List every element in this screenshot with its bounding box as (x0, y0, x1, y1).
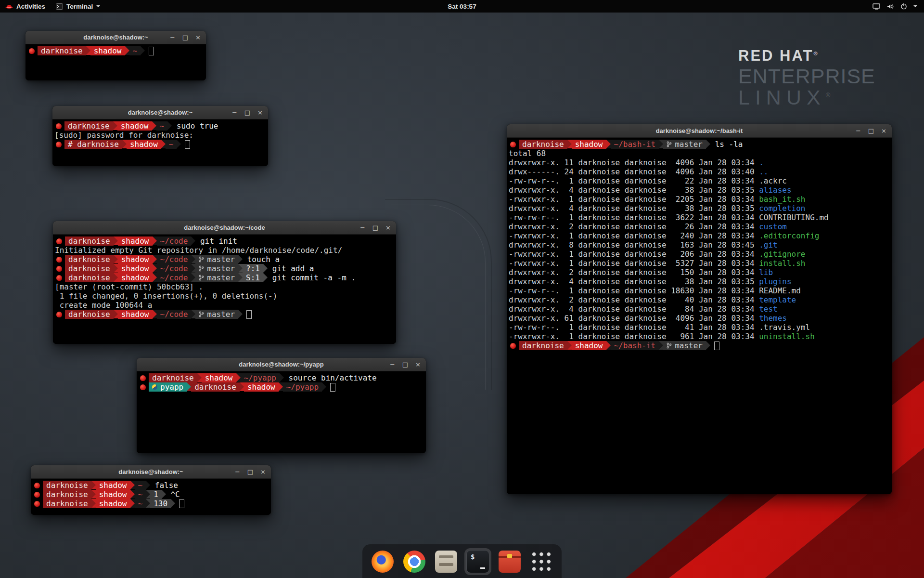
terminal-line: [sudo] password for darknoise: (54, 131, 267, 140)
terminal-line: -rwxrwxr-x. 1 darknoise darknoise 961 Ja… (509, 332, 891, 341)
terminal-text: .ackrc (759, 176, 787, 185)
toolbox-dock-button[interactable] (496, 548, 523, 575)
prompt-segment-user: darknoise (519, 140, 567, 149)
terminal-line: drwxrwxr-x. 4 darknoise darknoise 38 Jan… (509, 277, 891, 286)
terminal-line: drwxrwxr-x. 2 darknoise darknoise 40 Jan… (509, 295, 891, 304)
maximize-button[interactable]: □ (247, 469, 253, 475)
minimize-button[interactable]: − (235, 469, 240, 475)
prompt-segment-host: shadow (96, 499, 130, 508)
terminal-text: template (759, 295, 796, 304)
terminal-screen[interactable]: darknoiseshadow~ (26, 44, 206, 80)
clock[interactable]: Sat 03:57 (448, 0, 476, 13)
terminal-line: drwx------. 24 darknoise darknoise 4096 … (509, 167, 891, 176)
prompt-segment-path: ~ (135, 490, 146, 499)
terminal-window: darknoise@shadow:~−□×darknoiseshadow~ fa… (31, 465, 271, 515)
prompt-segment-path: ~ (156, 121, 168, 131)
prompt-segment-host: shadow (118, 255, 153, 264)
close-button[interactable]: × (195, 34, 201, 40)
terminal-text: uninstall.sh (759, 332, 815, 341)
git-branch-icon (199, 256, 204, 263)
terminal-screen[interactable]: darknoiseshadow~ sudo true[sudo] passwor… (52, 119, 268, 166)
close-button[interactable]: × (260, 469, 266, 475)
terminal-text: completion (759, 204, 805, 213)
terminal-line: drwxrwxr-x. 11 darknoise darknoise 4096 … (509, 158, 891, 167)
powerline-arrow (153, 255, 157, 263)
prompt-segment-path: ~/code (157, 273, 192, 282)
redhat-prompt-icon (34, 492, 40, 498)
minimize-button[interactable]: − (360, 224, 365, 231)
firefox-icon (372, 551, 394, 573)
terminal-text: .git (759, 240, 778, 250)
terminal-cursor (246, 310, 252, 319)
maximize-button[interactable]: □ (402, 361, 408, 368)
powerline-arrow (238, 255, 243, 263)
app-menu-terminal[interactable]: Terminal (51, 0, 105, 13)
terminal-text: .editorconfig (759, 231, 819, 240)
terminal-text: -rwxrwxr-x. 1 darknoise darknoise 961 Ja… (509, 332, 759, 341)
firefox-dock-button[interactable] (369, 548, 396, 575)
terminal-line: -rwxrwxr-x. 1 darknoise darknoise 240 Ja… (509, 231, 891, 240)
powerline-arrow (191, 273, 195, 282)
terminal-text: CONTRIBUTING.md (759, 213, 829, 222)
terminal-line: darknoiseshadow~ (27, 46, 205, 55)
window-titlebar[interactable]: darknoise@shadow:~−□× (52, 106, 268, 119)
terminal-dock-button[interactable] (464, 548, 491, 575)
powerline-arrow (279, 382, 283, 391)
terminal-screen[interactable]: darknoiseshadow~ falsedarknoiseshadow~1 … (31, 479, 271, 515)
powerline-arrow (153, 273, 157, 282)
powerline-arrow (659, 140, 663, 148)
terminal-screen[interactable]: darknoiseshadow~/code git initInitialize… (53, 235, 396, 344)
minimize-button[interactable]: − (232, 109, 237, 116)
terminal-text: README.md (759, 286, 801, 295)
minimize-button[interactable]: − (170, 34, 175, 40)
redhat-prompt-icon (56, 275, 62, 281)
terminal-text: false (150, 481, 178, 490)
terminal-text: -rw-rw-r--. 1 darknoise darknoise 18630 … (509, 286, 759, 295)
terminal-line: 1 file changed, 0 insertions(+), 0 delet… (55, 291, 395, 301)
prompt-segment-host: shadow (118, 310, 153, 319)
maximize-button[interactable]: □ (372, 224, 378, 231)
close-button[interactable]: × (881, 128, 886, 134)
terminal-text: .travis.yml (759, 323, 810, 332)
prompt-segment-user: darknoise (191, 382, 240, 392)
redhat-prompt-icon (140, 375, 146, 381)
powerline-arrow (238, 264, 243, 273)
terminal-text: -rwxrwxr-x. 1 darknoise darknoise 206 Ja… (509, 250, 759, 259)
minimize-button[interactable]: − (390, 361, 395, 368)
maximize-button[interactable]: □ (244, 109, 250, 116)
minimize-button[interactable]: − (856, 128, 861, 134)
dock (362, 544, 562, 578)
chrome-dock-button[interactable] (401, 548, 428, 575)
maximize-button[interactable]: □ (868, 128, 874, 134)
app-grid-dock-button[interactable] (528, 548, 555, 575)
powerline-arrow (91, 481, 96, 489)
window-titlebar[interactable]: darknoise@shadow:~/code−□× (53, 221, 396, 235)
maximize-button[interactable]: □ (182, 34, 188, 40)
powerline-arrow (177, 140, 181, 148)
activities-button[interactable]: Activities (0, 0, 51, 13)
terminal-line: -rw-rw-r--. 1 darknoise darknoise 22 Jan… (509, 176, 891, 185)
system-status-area[interactable] (866, 0, 924, 13)
prompt-segment-user: darknoise (519, 341, 567, 350)
app-menu-label: Terminal (66, 3, 93, 10)
prompt-segment-host: shadow (96, 481, 130, 490)
prompt-segment-git: master (195, 255, 238, 264)
prompt-segment-path: ~/bash-it (611, 140, 659, 149)
window-titlebar[interactable]: darknoise@shadow:~−□× (26, 31, 206, 44)
brand-enterprise: ENTERPRISE (738, 66, 875, 87)
close-button[interactable]: × (385, 224, 391, 231)
files-dock-button[interactable] (433, 548, 460, 575)
terminal-text: .gitignore (759, 250, 805, 259)
terminal-text: drwxrwxr-x. 2 darknoise darknoise 40 Jan… (509, 295, 759, 304)
close-button[interactable]: × (415, 361, 421, 368)
terminal-screen[interactable]: darknoiseshadow~/bash-itmaster ls -latot… (507, 138, 892, 494)
window-titlebar[interactable]: darknoise@shadow:~/bash-it−□× (507, 124, 892, 138)
terminal-text: Initialized empty Git repository in /hom… (55, 246, 342, 255)
window-titlebar[interactable]: darknoise@shadow:~/pyapp−□× (137, 358, 426, 371)
window-titlebar[interactable]: darknoise@shadow:~−□× (31, 465, 271, 479)
terminal-line: darknoiseshadow~/bash-itmaster (509, 341, 891, 350)
powerline-arrow (167, 121, 172, 130)
close-button[interactable]: × (257, 109, 263, 116)
powerline-arrow (238, 310, 243, 318)
terminal-screen[interactable]: darknoiseshadow~/pyapp source bin/activa… (137, 371, 426, 453)
